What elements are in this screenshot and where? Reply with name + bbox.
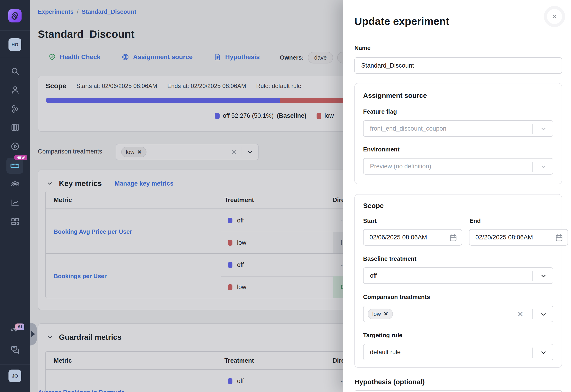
heart-check-icon	[48, 53, 56, 61]
start-label: Start	[363, 217, 463, 224]
comparison-treatments-multiselect[interactable]: low ✕ ✕	[363, 306, 553, 322]
legend-low-label: low	[325, 112, 334, 119]
baseline-treatment-value: off	[370, 272, 377, 279]
user-avatar[interactable]: JO	[9, 370, 21, 382]
targeting-rule-select[interactable]: default rule	[363, 344, 553, 360]
feature-flag-label: Feature flag	[363, 108, 553, 115]
legend-off-label: off 52,276 (50.1%)	[223, 112, 274, 119]
end-date-input[interactable]: 02/20/2025 08:06AM	[469, 229, 568, 246]
allocation-off-segment	[46, 98, 280, 103]
metric-link-partial[interactable]: Average Bookings in Bermuda	[38, 389, 125, 392]
hypothesis-textarea[interactable]	[354, 390, 562, 392]
chevron-down-icon	[540, 349, 547, 356]
start-date-input[interactable]: 02/06/2025 08:06AM	[363, 229, 462, 246]
end-label: End	[470, 217, 481, 224]
feature-flag-value: front_end_discount_coupon	[370, 125, 446, 132]
ruler-icon	[10, 160, 20, 171]
breadcrumb-separator: /	[77, 8, 78, 15]
page-title: Standard_Discount	[38, 28, 135, 40]
audience-people-icon[interactable]	[10, 179, 20, 189]
assignment-source-label: Assignment source	[133, 53, 193, 61]
breadcrumb-current[interactable]: Standard_Discount	[82, 8, 136, 15]
health-check-link[interactable]: Health Check	[48, 53, 100, 61]
comparison-treatments-row: Comparison treatments low ✕ ✕	[38, 144, 313, 160]
environment-select[interactable]: Preview (no definition)	[363, 158, 553, 175]
off-swatch	[228, 218, 232, 223]
chip-label: low	[372, 311, 381, 317]
off-swatch	[215, 113, 220, 119]
pulse-play-icon[interactable]	[10, 141, 20, 152]
feature-gates-icon[interactable]	[10, 104, 20, 114]
owners-label: Owners:	[280, 54, 304, 61]
scope-rule: Rule: default rule	[256, 83, 301, 90]
document-icon	[214, 53, 221, 61]
chevron-down-icon	[540, 273, 547, 280]
chip-remove-icon[interactable]: ✕	[137, 149, 142, 155]
targeting-rule-label: Targeting rule	[363, 332, 553, 339]
statsig-logo[interactable]	[8, 9, 22, 22]
clear-icon[interactable]: ✕	[231, 148, 237, 156]
chevron-down-icon	[540, 163, 547, 170]
environment-label: Environment	[363, 146, 553, 153]
analytics-chart-icon[interactable]	[10, 198, 20, 208]
breadcrumb-experiments[interactable]: Experiments	[38, 8, 73, 15]
legend-baseline-label: (Baseline)	[277, 112, 306, 119]
header-links: Health Check Assignment source Hypothesi…	[48, 53, 260, 61]
low-swatch	[228, 284, 232, 290]
breadcrumb: Experiments / Standard_Discount	[38, 8, 136, 15]
assignment-source-link[interactable]: Assignment source	[121, 53, 193, 61]
treatment-name: off	[237, 261, 244, 268]
off-swatch	[228, 378, 232, 384]
calendar-icon	[555, 234, 563, 242]
col-treatment: Treatment	[224, 196, 254, 204]
update-experiment-panel: × Update experiment Name Standard_Discou…	[343, 0, 571, 392]
treatment-name: low	[237, 239, 246, 246]
workspace-avatar[interactable]: HO	[9, 38, 21, 51]
collapse-chevron-icon[interactable]	[46, 334, 53, 340]
treatment-chip-low[interactable]: low ✕	[368, 308, 393, 319]
scope-header: Scope Starts at: 02/06/2025 08:06AM Ends…	[46, 82, 301, 90]
col-metric: Metric	[54, 196, 72, 204]
chevron-down-icon[interactable]	[247, 149, 253, 155]
hypothesis-link[interactable]: Hypothesis	[214, 53, 260, 61]
scope-edit-card: Scope Start End 02/06/2025 08:06AM 02/20…	[354, 194, 562, 368]
close-icon[interactable]: ×	[544, 6, 565, 27]
name-input[interactable]: Standard_Discount	[354, 57, 562, 74]
treatment-chip-low[interactable]: low ✕	[121, 147, 146, 157]
scope-starts: Starts at: 02/06/2025 08:06AM	[76, 83, 157, 90]
hypothesis-optional-label: Hypothesis (optional)	[354, 378, 425, 386]
collapse-chevron-icon[interactable]	[46, 180, 53, 187]
baseline-treatment-label: Baseline treatment	[363, 255, 553, 262]
clear-icon[interactable]: ✕	[517, 310, 524, 318]
sidebar-expand-handle[interactable]	[30, 322, 37, 346]
comparison-treatments-select[interactable]: low ✕ ✕	[116, 144, 258, 160]
chevron-down-icon	[540, 311, 547, 318]
baseline-treatment-select[interactable]: off	[363, 267, 553, 284]
off-swatch	[228, 262, 232, 268]
end-date-value: 02/20/2025 08:06AM	[475, 234, 533, 241]
help-chat-icon[interactable]: ?	[10, 344, 20, 354]
key-metrics-title: Key metrics	[59, 179, 102, 188]
scope-title: Scope	[363, 202, 553, 210]
hypothesis-label: Hypothesis	[225, 53, 260, 61]
panel-title: Update experiment	[354, 15, 449, 28]
dashboards-grid-icon[interactable]	[10, 216, 20, 227]
sidebar: HO	[0, 0, 30, 392]
target-icon	[121, 53, 129, 61]
start-date-value: 02/06/2025 08:06AM	[370, 234, 427, 241]
feature-flag-select[interactable]: front_end_discount_coupon	[363, 120, 553, 137]
low-swatch	[316, 113, 321, 119]
manage-key-metrics-link[interactable]: Manage key metrics	[114, 180, 173, 187]
experiments-columns-icon[interactable]	[10, 122, 20, 132]
svg-text:?: ?	[13, 346, 15, 350]
search-icon[interactable]	[10, 66, 20, 76]
owner-pill-dave[interactable]: dave	[308, 52, 333, 63]
users-icon[interactable]	[10, 85, 20, 95]
treatment-name: low	[237, 284, 246, 291]
chip-remove-icon[interactable]: ✕	[384, 311, 388, 317]
logo-glyph	[10, 11, 20, 21]
chip-label: low	[126, 149, 135, 155]
comparison-treatments-label: Comparison treatments	[363, 294, 553, 301]
app-root: HO	[0, 0, 571, 392]
scope-ends: Ends at: 02/20/2025 08:06AM	[167, 83, 246, 90]
